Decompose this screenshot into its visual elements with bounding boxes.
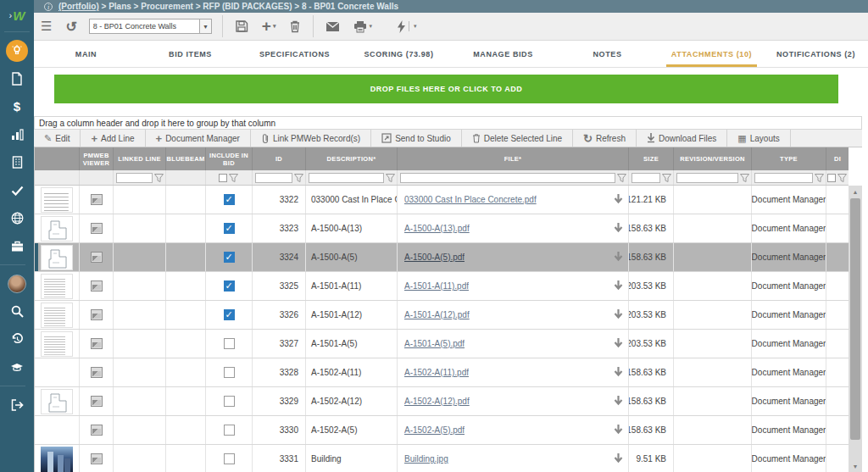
filter-funnel-icon[interactable] — [617, 174, 626, 182]
filter-input-file[interactable] — [400, 173, 615, 183]
pmweb-viewer-icon[interactable] — [91, 252, 103, 263]
table-row[interactable]: 3329A-1502-A(12)A-1502-A(12).pdf158.63 K… — [35, 387, 849, 416]
column-header-file[interactable]: FILE* — [398, 147, 629, 170]
include-in-bid-checkbox[interactable] — [224, 223, 235, 234]
add-record-caret-icon[interactable]: ▾ — [273, 23, 276, 30]
download-file-icon[interactable] — [614, 252, 623, 263]
tab-bid-items[interactable]: BID ITEMS — [138, 42, 242, 67]
tab-scoring-73-98[interactable]: SCORING (73.98) — [347, 42, 451, 67]
download-file-icon[interactable] — [614, 194, 623, 205]
delete-selected-line-button[interactable]: Delete Selected Line — [462, 130, 573, 147]
file-thumbnail-plan[interactable] — [41, 216, 73, 242]
download-file-icon[interactable] — [614, 338, 623, 349]
group-by-bar[interactable]: Drag a column header and drop it here to… — [34, 116, 862, 130]
column-header-type[interactable]: TYPE — [752, 147, 826, 170]
filter-funnel-icon[interactable] — [837, 174, 847, 182]
file-link[interactable]: A-1500-A(5).pdf — [404, 253, 465, 262]
sidebar-item-check-icon[interactable] — [0, 176, 34, 204]
record-selector[interactable]: 8 - BP01 Concrete Walls ▼ — [89, 19, 212, 34]
workflow-lightning-icon[interactable]: ▾ — [397, 20, 417, 33]
download-file-icon[interactable] — [614, 396, 623, 407]
column-header-viewer[interactable]: PMWEB VIEWER — [80, 147, 114, 170]
file-link[interactable]: A-1502-A(12).pdf — [404, 397, 470, 406]
tab-specifications[interactable]: SPECIFICATIONS — [242, 42, 347, 67]
pmweb-viewer-icon[interactable] — [91, 367, 103, 378]
tab-manage-bids[interactable]: MANAGE BIDS — [451, 42, 555, 67]
file-thumbnail-text[interactable] — [41, 303, 73, 328]
include-in-bid-checkbox[interactable] — [224, 425, 235, 436]
filter-input-linked[interactable] — [116, 173, 153, 183]
pmweb-viewer-icon[interactable] — [91, 425, 103, 436]
pmweb-viewer-icon[interactable] — [91, 453, 103, 464]
add-line-button[interactable]: +Add Line — [81, 130, 145, 147]
sidebar-item-portfolio-icon-active[interactable] — [0, 36, 34, 64]
download-file-icon[interactable] — [614, 280, 623, 292]
file-link[interactable]: A-1501-A(5).pdf — [404, 339, 465, 348]
filter-funnel-icon[interactable] — [662, 174, 671, 182]
link-pmweb-record-s-button[interactable]: Link PMWeb Record(s) — [251, 130, 371, 147]
sidebar-item-graduation-icon[interactable] — [0, 353, 34, 381]
save-icon[interactable] — [235, 19, 248, 33]
download-file-icon[interactable] — [614, 453, 623, 464]
tab-attachments-10[interactable]: ATTACHMENTS (10) — [659, 42, 764, 67]
sidebar-item-avatar[interactable] — [0, 269, 34, 297]
file-link[interactable]: 033000 Cast In Place Concrete.pdf — [404, 195, 537, 204]
sidebar-item-briefcase-icon[interactable] — [0, 232, 34, 260]
file-link[interactable]: A-1502-A(11).pdf — [404, 368, 469, 377]
document-manager-button[interactable]: +Document Manager — [146, 130, 251, 147]
print-icon[interactable]: ▾ — [353, 20, 372, 33]
scroll-up-icon[interactable]: ▲ — [849, 186, 862, 197]
scrollbar-thumb[interactable] — [850, 198, 860, 440]
pmweb-viewer-icon[interactable] — [91, 223, 103, 234]
history-icon[interactable]: ↺ — [65, 19, 76, 35]
list-icon[interactable]: ☰ — [41, 19, 52, 34]
file-link[interactable]: A-1502-A(5).pdf — [404, 425, 465, 435]
scroll-down-icon[interactable]: ▼ — [849, 460, 862, 472]
download-file-icon[interactable] — [614, 367, 623, 378]
table-row[interactable]: 3330A-1502-A(5)A-1502-A(5).pdf158.63 KBD… — [35, 416, 849, 445]
filter-funnel-icon[interactable] — [154, 174, 164, 182]
tab-notes[interactable]: NOTES — [555, 42, 659, 67]
download-file-icon[interactable] — [614, 223, 623, 234]
pmweb-viewer-icon[interactable] — [91, 309, 103, 320]
download-file-icon[interactable] — [614, 425, 623, 436]
pmweb-viewer-icon[interactable] — [91, 338, 103, 349]
include-in-bid-checkbox[interactable] — [224, 280, 235, 292]
include-in-bid-checkbox[interactable] — [224, 194, 235, 205]
sidebar-item-dollar-icon[interactable]: $ — [0, 92, 34, 120]
column-header-include[interactable]: INCLUDE IN BID — [206, 147, 253, 170]
email-icon[interactable] — [326, 21, 340, 32]
layouts-button[interactable]: ▦Layouts — [727, 130, 790, 147]
delete-record-icon[interactable] — [289, 19, 301, 33]
tab-notifications-2[interactable]: NOTIFICATIONS (2) — [764, 42, 868, 67]
breadcrumb-portfolio-link[interactable]: (Portfolio) — [58, 2, 99, 11]
sidebar-item-building-icon[interactable] — [0, 148, 34, 176]
sidebar-item-globe-icon[interactable] — [0, 204, 34, 232]
filter-checkbox-include[interactable] — [219, 174, 227, 182]
table-row[interactable]: 3324A-1500-A(5)A-1500-A(5).pdf158.63 KBD… — [35, 243, 849, 272]
sidebar-item-history-icon[interactable] — [0, 325, 34, 353]
edit-button[interactable]: ✎Edit — [34, 130, 81, 147]
column-header-size[interactable]: SIZE — [629, 147, 674, 170]
column-header-linked[interactable]: LINKED LINE — [114, 147, 166, 170]
filter-funnel-icon[interactable] — [294, 174, 303, 182]
column-header-rev[interactable]: REVISION/VERSION — [674, 147, 752, 170]
filter-input-id[interactable] — [255, 173, 292, 183]
pmweb-viewer-icon[interactable] — [91, 280, 103, 292]
download-files-button[interactable]: Download Files — [637, 130, 727, 147]
download-file-icon[interactable] — [614, 309, 623, 320]
table-row[interactable]: 3325A-1501-A(11)A-1501-A(11).pdf203.53 K… — [35, 272, 849, 301]
workflow-caret-icon[interactable]: ▾ — [414, 23, 417, 30]
table-row[interactable]: 3327A-1501-A(5)A-1501-A(5).pdf203.53 KBD… — [35, 330, 849, 358]
filter-input-type[interactable] — [754, 173, 813, 183]
vertical-scrollbar[interactable]: ▲ ▼ — [849, 186, 862, 472]
include-in-bid-checkbox[interactable] — [224, 252, 235, 263]
pmweb-viewer-icon[interactable] — [91, 194, 103, 205]
file-link[interactable]: A-1501-A(11).pdf — [404, 281, 469, 291]
file-thumbnail-photo[interactable] — [41, 447, 73, 472]
record-selector-dropdown-icon[interactable]: ▼ — [199, 19, 212, 34]
pmweb-logo[interactable]: › W — [9, 3, 25, 27]
table-row[interactable]: 3323A-1500-A(13)A-1500-A(13).pdf158.63 K… — [35, 214, 849, 243]
file-thumbnail-plan[interactable] — [41, 245, 73, 270]
filter-input-desc[interactable] — [309, 173, 384, 183]
